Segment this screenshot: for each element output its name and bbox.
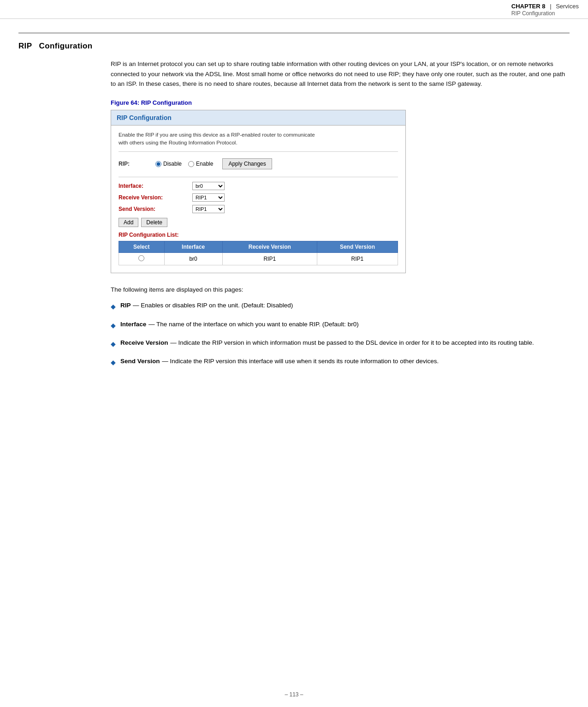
send-version-row: Send Version: RIP1: [119, 205, 398, 213]
bullet-text-rip: RIP — Enables or disables RIP on the uni…: [120, 300, 293, 311]
row-select-radio[interactable]: [138, 255, 144, 261]
enable-radio[interactable]: [188, 161, 194, 167]
figure-inner: Enable the RIP if you are using this dev…: [111, 126, 405, 273]
header-separator: |: [550, 3, 551, 10]
apply-changes-button[interactable]: Apply Changes: [222, 158, 272, 169]
bullet-term-rip: RIP: [120, 302, 131, 309]
rip-row: RIP: Disable Enable Apply Changes: [119, 158, 398, 169]
rip-radio-group: Disable Enable: [155, 161, 213, 167]
row-receive-version: RIP1: [222, 253, 317, 265]
col-send-version: Send Version: [317, 241, 398, 253]
bullet-item-interface: ◆ Interface — The name of the interface …: [111, 319, 570, 330]
bullet-diamond-receive: ◆: [111, 339, 116, 349]
enable-option[interactable]: Enable: [188, 161, 213, 167]
config-table: Select Interface Receive Version Send Ve…: [119, 241, 398, 265]
section-title: RIP Configuration: [18, 42, 570, 51]
receive-version-label: Receive Version:: [119, 194, 192, 201]
figure-description: Enable the RIP if you are using this dev…: [119, 131, 398, 152]
bullet-text-send: Send Version — Indicate the RIP version …: [120, 356, 439, 366]
body-container: RIP is an Internet protocol you can set …: [111, 59, 570, 368]
figure-desc-line1: Enable the RIP if you are using this dev…: [119, 131, 398, 139]
following-items-intro: The following items are displayed on thi…: [111, 286, 570, 293]
bullet-item-rip: ◆ RIP — Enables or disables RIP on the u…: [111, 300, 570, 312]
bullet-item-send-version: ◆ Send Version — Indicate the RIP versio…: [111, 356, 570, 367]
table-header-row: Select Interface Receive Version Send Ve…: [119, 241, 398, 253]
title-config: Configuration: [39, 42, 93, 50]
interface-row: Interface: br0: [119, 182, 398, 190]
bullet-diamond-send: ◆: [111, 357, 116, 367]
add-button[interactable]: Add: [119, 218, 138, 227]
disable-label: Disable: [163, 161, 182, 167]
row-interface: br0: [164, 253, 222, 265]
intro-paragraph: RIP is an Internet protocol you can set …: [111, 59, 570, 89]
receive-version-row: Receive Version: RIP1: [119, 193, 398, 202]
disable-radio[interactable]: [155, 161, 161, 167]
row-send-version: RIP1: [317, 253, 398, 265]
bullet-list: ◆ RIP — Enables or disables RIP on the u…: [111, 300, 570, 368]
bullet-term-interface: Interface: [120, 321, 146, 328]
chapter-label: CHAPTER 8: [511, 3, 546, 10]
col-receive-version: Receive Version: [222, 241, 317, 253]
bullet-term-receive: Receive Version: [120, 339, 168, 346]
figure-desc-line2: with others using the Routing Informatio…: [119, 139, 398, 147]
page-footer: – 113 –: [0, 691, 588, 698]
bullet-text-receive: Receive Version — Indicate the RIP versi…: [120, 338, 534, 348]
interface-select[interactable]: br0: [192, 182, 225, 190]
form-section: Interface: br0 Receive Version: RIP1 Sen…: [119, 177, 398, 213]
figure-box: RIP Configuration Enable the RIP if you …: [111, 110, 406, 274]
send-version-select[interactable]: RIP1: [192, 205, 225, 213]
enable-label: Enable: [196, 161, 213, 167]
services-label: Services: [556, 3, 579, 10]
bullet-text-interface: Interface — The name of the interface on…: [120, 319, 359, 330]
rip-field-label: RIP:: [119, 161, 155, 167]
bullet-diamond-interface: ◆: [111, 320, 116, 330]
disable-option[interactable]: Disable: [155, 161, 182, 167]
col-interface: Interface: [164, 241, 222, 253]
bullet-diamond-rip: ◆: [111, 301, 116, 312]
add-delete-row: Add Delete: [119, 218, 398, 227]
col-select: Select: [119, 241, 165, 253]
bullet-term-send: Send Version: [120, 358, 160, 365]
row-select[interactable]: [119, 253, 165, 265]
page-header: CHAPTER 8 | Services RIP Configuration: [0, 0, 588, 19]
sub-header: RIP Configuration: [511, 10, 579, 17]
page-number: – 113 –: [285, 691, 303, 698]
top-divider: [18, 33, 570, 33]
delete-button[interactable]: Delete: [141, 218, 167, 227]
figure-label: Figure 64: RIP Configuration: [111, 99, 570, 106]
send-version-label: Send Version:: [119, 206, 192, 212]
title-rip: RIP: [18, 42, 32, 50]
receive-version-select[interactable]: RIP1: [192, 193, 225, 202]
interface-label: Interface:: [119, 183, 192, 189]
figure-title: RIP Configuration: [111, 110, 405, 126]
table-row: br0 RIP1 RIP1: [119, 253, 398, 265]
config-list-label: RIP Configuration List:: [119, 232, 398, 238]
bullet-item-receive-version: ◆ Receive Version — Indicate the RIP ver…: [111, 338, 570, 349]
page-content: RIP Configuration RIP is an Internet pro…: [0, 19, 588, 394]
